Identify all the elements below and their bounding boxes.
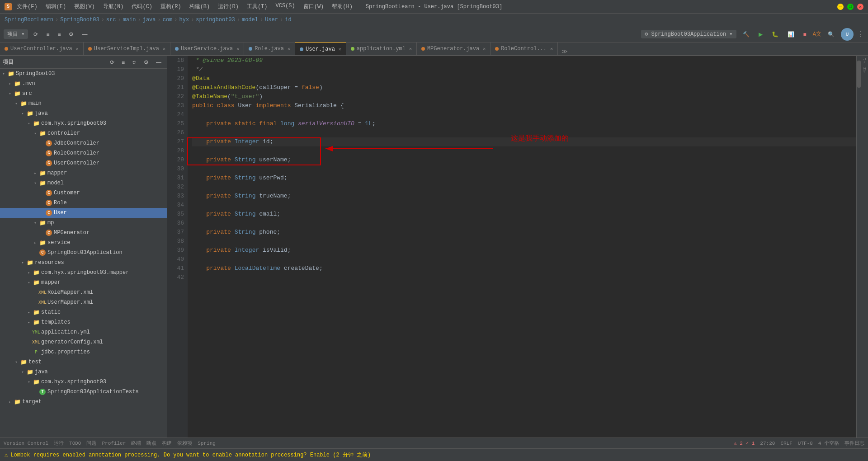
tree-expand-arrow[interactable]: ▾ bbox=[0, 71, 7, 76]
more-tabs-btn[interactable]: ≫ bbox=[558, 48, 571, 55]
tree-expand-arrow[interactable]: ▾ bbox=[32, 131, 39, 136]
menu-item[interactable]: 运行(R) bbox=[217, 3, 240, 10]
tree-expand-arrow[interactable]: ▸ bbox=[6, 81, 14, 86]
menu-item[interactable]: 代码(C) bbox=[130, 3, 154, 10]
sidebar-item-role[interactable]: CRole bbox=[0, 198, 167, 208]
tab-userserviceimpl[interactable]: UserServiceImpl.java✕ bbox=[84, 42, 170, 55]
sidebar-item-model[interactable]: ▾📁model bbox=[0, 178, 167, 188]
menu-item[interactable]: 导航(N) bbox=[102, 3, 125, 10]
menu-item[interactable]: 构建(B) bbox=[188, 3, 212, 10]
menu-item[interactable]: 工具(T) bbox=[245, 3, 269, 10]
breadcrumb-item[interactable]: model bbox=[242, 17, 258, 23]
sidebar-item-usermapper[interactable]: XMLUserMapper.xml bbox=[0, 297, 167, 307]
status-item-problem[interactable]: 问题 bbox=[86, 440, 96, 447]
sidebar-item-target[interactable]: ▸📁target bbox=[0, 397, 167, 407]
sidebar-item-rolecontroller[interactable]: CRoleController bbox=[0, 148, 167, 158]
tab-rolecontrol[interactable]: RoleControl...✕ bbox=[491, 42, 558, 55]
tab-close-btn[interactable]: ✕ bbox=[163, 46, 165, 52]
tree-expand-arrow[interactable]: ▾ bbox=[25, 280, 33, 285]
breadcrumb-item[interactable]: hyx bbox=[179, 17, 189, 23]
hide-sidebar-btn[interactable]: — bbox=[153, 58, 164, 66]
tab-usercontroller[interactable]: UserController.java✕ bbox=[0, 42, 84, 55]
breadcrumb-item[interactable]: SpringBoot03 bbox=[60, 17, 99, 23]
scrollbar-thumb[interactable] bbox=[857, 61, 861, 88]
sidebar-item-java[interactable]: ▾📁java bbox=[0, 108, 167, 118]
sidebar-item-main[interactable]: ▾📁main bbox=[0, 99, 167, 108]
collapse-all-btn[interactable]: ≡ bbox=[119, 58, 127, 66]
status-item-debug[interactable]: 断点 bbox=[146, 440, 156, 447]
collapse-btn[interactable]: ≡ bbox=[43, 30, 52, 38]
sidebar-item-java_test[interactable]: ▾📁java bbox=[0, 367, 167, 377]
tab-close-btn[interactable]: ✕ bbox=[288, 46, 290, 52]
tab-close-btn[interactable]: ✕ bbox=[409, 46, 412, 52]
status-item-git[interactable]: Version Control bbox=[4, 441, 48, 446]
tree-expand-arrow[interactable]: ▸ bbox=[32, 240, 39, 245]
menu-item[interactable]: 帮助(H) bbox=[330, 3, 354, 10]
status-item-profiler[interactable]: Profiler bbox=[102, 441, 126, 446]
tree-expand-arrow[interactable]: ▸ bbox=[6, 400, 14, 405]
status-item-terminal[interactable]: 终端 bbox=[131, 440, 141, 447]
more-btn[interactable]: ⋮ bbox=[857, 30, 864, 39]
sidebar-item-static[interactable]: ▸📁static bbox=[0, 307, 167, 317]
status-item-run[interactable]: 运行 bbox=[54, 440, 64, 447]
coverage-btn[interactable]: 📊 bbox=[785, 30, 797, 38]
tree-expand-arrow[interactable]: ▸ bbox=[25, 270, 33, 275]
status-right-item[interactable]: 事件日志 bbox=[844, 440, 864, 447]
status-item-spring[interactable]: Spring bbox=[198, 441, 216, 446]
tree-expand-arrow[interactable]: ▾ bbox=[32, 181, 39, 186]
breadcrumb-item[interactable]: java bbox=[143, 17, 156, 23]
tab-mpgenerator[interactable]: MPGenerator.java✕ bbox=[417, 42, 491, 55]
window-controls[interactable]: ─ □ ✕ bbox=[837, 4, 863, 10]
tree-expand-arrow[interactable]: ▾ bbox=[32, 221, 39, 226]
tree-expand-arrow[interactable]: ▾ bbox=[13, 360, 20, 365]
search-btn[interactable]: 🔍 bbox=[825, 30, 837, 38]
settings-btn[interactable]: ⚙ bbox=[66, 30, 76, 38]
sidebar-item-user[interactable]: CUser bbox=[0, 208, 167, 218]
sidebar-item-mp[interactable]: ▾📁mp bbox=[0, 218, 167, 228]
status-right-item[interactable]: 4 个空格 bbox=[818, 440, 839, 447]
sidebar-item-jdbccontroller[interactable]: CJdbcController bbox=[0, 138, 167, 148]
sidebar-item-mapper2[interactable]: ▾📁mapper bbox=[0, 278, 167, 287]
code-content[interactable]: * @since 2023-08-09 */@Data@EqualsAndHas… bbox=[188, 56, 861, 437]
minimize-button[interactable]: ─ bbox=[837, 4, 844, 10]
sidebar-item-rolemapper[interactable]: XMLRoleMapper.xml bbox=[0, 287, 167, 297]
tab-userservice[interactable]: UserService.java✕ bbox=[170, 42, 244, 55]
tab-close-btn[interactable]: ✕ bbox=[550, 46, 553, 52]
settings-sidebar-btn[interactable]: ⚙ bbox=[141, 58, 151, 66]
sidebar-item-usercontroller[interactable]: CUserController bbox=[0, 158, 167, 168]
sidebar-item-mpgenerator[interactable]: CMPGenerator bbox=[0, 228, 167, 238]
sidebar-item-mapper[interactable]: ▸📁mapper bbox=[0, 168, 167, 178]
rebuild-btn[interactable]: 🔨 bbox=[740, 30, 752, 38]
sidebar-item-com_hyx_mapper[interactable]: ▸📁com.hyx.springboot03.mapper bbox=[0, 268, 167, 278]
tab-close-btn[interactable]: ✕ bbox=[76, 46, 79, 52]
tree-expand-arrow[interactable]: ▾ bbox=[19, 370, 26, 375]
status-right-item[interactable]: 27:20 bbox=[760, 441, 775, 446]
sidebar-item-springboot03apptests[interactable]: TSpringBoot03ApplicationTests bbox=[0, 387, 167, 397]
tree-expand-arrow[interactable]: ▾ bbox=[19, 260, 26, 265]
sidebar-item-springboot03[interactable]: ▾📁SpringBoot03 bbox=[0, 69, 167, 79]
tree-expand-arrow[interactable]: ▾ bbox=[6, 91, 14, 96]
status-right-item[interactable]: UTF-8 bbox=[798, 441, 813, 446]
menu-item[interactable]: VCS(S) bbox=[274, 3, 296, 10]
tab-close-btn[interactable]: ✕ bbox=[483, 46, 486, 52]
status-right-item[interactable]: CRLF bbox=[780, 441, 792, 446]
breadcrumb-item[interactable]: main bbox=[123, 17, 136, 23]
tree-expand-arrow[interactable]: ▸ bbox=[25, 310, 33, 315]
menu-item[interactable]: 视图(V) bbox=[73, 3, 96, 10]
close-button[interactable]: ✕ bbox=[857, 4, 863, 10]
tree-expand-arrow[interactable]: ▸ bbox=[32, 171, 39, 176]
tree-expand-arrow[interactable]: ▾ bbox=[13, 101, 20, 106]
sync-files-btn[interactable]: ⟳ bbox=[107, 58, 117, 66]
maximize-button[interactable]: □ bbox=[847, 4, 854, 10]
sidebar-item-controller[interactable]: ▾📁controller bbox=[0, 128, 167, 138]
sidebar-item-templates[interactable]: ▸📁templates bbox=[0, 317, 167, 327]
sidebar-item-com_hyx_test[interactable]: ▾📁com.hyx.springboot03 bbox=[0, 377, 167, 387]
tree-expand-arrow[interactable]: ▾ bbox=[19, 111, 26, 116]
debug-btn[interactable]: 🐛 bbox=[769, 30, 781, 38]
sync-btn[interactable]: ⟳ bbox=[31, 30, 41, 38]
sidebar-item-springboot03app[interactable]: CSpringBoot03Application bbox=[0, 248, 167, 258]
tree-expand-arrow[interactable]: ▾ bbox=[25, 121, 33, 126]
hide-btn[interactable]: — bbox=[79, 30, 90, 38]
status-item-deps[interactable]: 依赖项 bbox=[177, 440, 192, 447]
stop-btn[interactable]: ■ bbox=[801, 30, 809, 38]
